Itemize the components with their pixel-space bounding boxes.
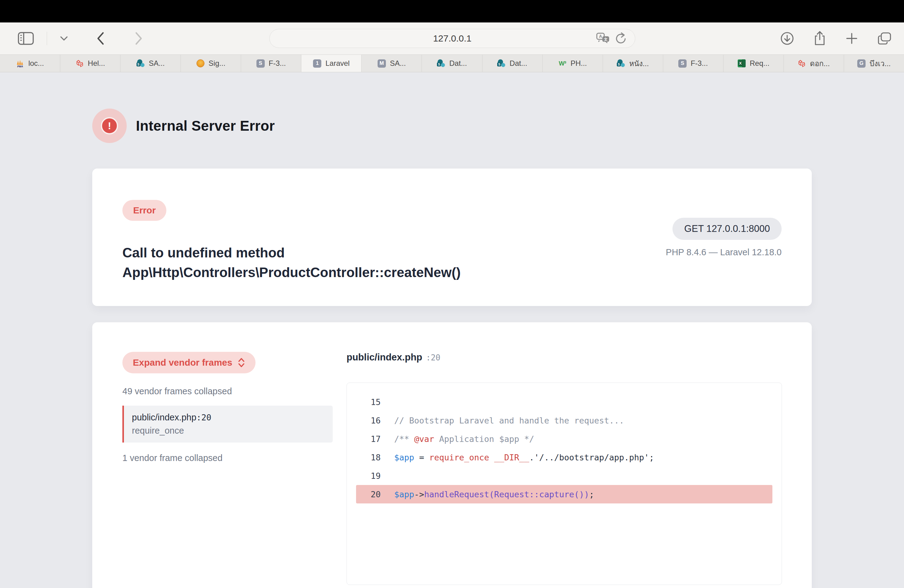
line-code: // Bootstrap Laravel and handle the requ… xyxy=(394,416,624,425)
forward-icon xyxy=(135,32,143,45)
tab-label: SA... xyxy=(149,59,165,68)
browser-tab-0[interactable]: PMAloc... xyxy=(0,55,60,72)
url-text: 127.0.0.1 xyxy=(433,33,471,44)
download-icon xyxy=(781,32,794,45)
line-code: /** @var Application $app */ xyxy=(394,434,534,444)
vendor-frames-collapsed-bottom: 1 vendor frame collapsed xyxy=(122,453,333,463)
tab-label: หนัง... xyxy=(629,57,649,70)
line-number: 17 xyxy=(356,434,381,444)
code-file-name: public/index.php xyxy=(346,352,422,363)
orange-medallion-favicon-icon xyxy=(196,59,204,68)
tab-label: Hel... xyxy=(88,59,105,68)
share-icon xyxy=(814,31,826,46)
frame-line-number: :20 xyxy=(196,413,212,422)
code-file-header: public/index.php:20 xyxy=(346,352,782,363)
reload-button[interactable] xyxy=(615,32,627,44)
browser-tab-2[interactable]: SSA... xyxy=(120,55,181,72)
sidebar-dropdown-button[interactable] xyxy=(60,36,68,41)
code-line: 15 xyxy=(356,393,773,411)
svg-text:PMA: PMA xyxy=(17,65,23,67)
vendor-frames-collapsed-top: 49 vendor frames collapsed xyxy=(122,386,333,397)
browser-tab-7[interactable]: SDat... xyxy=(422,55,482,72)
tab-label: Laravel xyxy=(325,59,349,68)
tab-overview-button[interactable] xyxy=(877,32,892,45)
letter-favicon-icon: S xyxy=(256,59,265,68)
tab-label: F-3... xyxy=(691,59,708,68)
expand-vendor-frames-label: Expand vendor frames xyxy=(133,357,232,368)
expand-collapse-icon xyxy=(238,357,245,368)
letter-favicon-icon: M xyxy=(378,59,386,68)
line-number: 15 xyxy=(356,397,381,407)
sharepoint-favicon-icon: S xyxy=(136,59,145,68)
page-title: Internal Server Error xyxy=(136,117,275,134)
line-number: 18 xyxy=(356,453,381,462)
browser-tab-12[interactable]: XReq... xyxy=(724,55,784,72)
exception-card: Error Call to undefined method App\Http\… xyxy=(92,169,812,306)
tab-label: F-3... xyxy=(269,59,286,68)
browser-tab-9[interactable]: W³PH... xyxy=(543,55,603,72)
browser-tab-4[interactable]: SF-3... xyxy=(241,55,301,72)
tab-label: Req... xyxy=(750,59,769,68)
stack-frame-item[interactable]: public/index.php:20 require_once xyxy=(122,406,333,443)
excel-favicon-icon: X xyxy=(737,59,746,68)
line-number: 16 xyxy=(356,416,381,425)
version-info: PHP 8.4.6 — Laravel 12.18.0 xyxy=(666,247,782,258)
laravel-red-favicon-icon xyxy=(798,59,806,68)
sidebar-toggle-button[interactable] xyxy=(18,32,34,45)
tab-bar: PMAloc...Hel...SSA...Sig...SF-3...1Larav… xyxy=(0,55,904,72)
browser-toolbar: 127.0.0.1 A 文 xyxy=(0,22,904,55)
sharepoint-favicon-icon: S xyxy=(497,59,506,68)
new-tab-button[interactable] xyxy=(846,32,858,44)
code-line: 16// Bootstrap Laravel and handle the re… xyxy=(356,411,773,430)
sidebar-icon xyxy=(18,32,34,45)
system-top-bar xyxy=(0,0,904,22)
expand-vendor-frames-button[interactable]: Expand vendor frames xyxy=(122,352,256,373)
back-icon xyxy=(96,32,104,45)
reload-icon xyxy=(615,32,627,44)
code-line-highlighted: 20$app->handleRequest(Request::capture()… xyxy=(356,485,773,503)
code-line: 19 xyxy=(356,466,773,485)
browser-tab-14[interactable]: Gบึงเว... xyxy=(844,55,904,72)
downloads-button[interactable] xyxy=(781,32,794,45)
svg-text:文: 文 xyxy=(604,37,608,41)
error-type-badge: Error xyxy=(122,200,166,221)
browser-tab-11[interactable]: SF-3... xyxy=(663,55,724,72)
translate-icon: A 文 xyxy=(596,33,610,44)
tab-label: บึงเว... xyxy=(869,57,891,70)
new-tab-icon xyxy=(846,32,858,44)
exception-message: Call to undefined method App\Http\Contro… xyxy=(122,243,525,282)
page-content: ! Internal Server Error Error C xyxy=(0,72,904,588)
browser-tab-8[interactable]: SDat... xyxy=(482,55,543,72)
browser-tab-6[interactable]: MSA... xyxy=(362,55,422,72)
code-snippet-panel: 1516// Bootstrap Laravel and handle the … xyxy=(346,383,782,585)
sharepoint-favicon-icon: S xyxy=(617,59,625,68)
letter-favicon-icon: 1 xyxy=(313,59,321,68)
back-button[interactable] xyxy=(96,32,104,45)
line-number: 19 xyxy=(356,471,381,481)
w3-favicon-icon: W³ xyxy=(558,59,566,68)
svg-text:A: A xyxy=(599,34,602,39)
browser-tab-1[interactable]: Hel... xyxy=(60,55,120,72)
forward-button[interactable] xyxy=(135,32,143,45)
tab-label: Dat... xyxy=(509,59,527,68)
tab-label: Dat... xyxy=(449,59,467,68)
frame-file-name: public/index.php xyxy=(132,413,196,422)
share-button[interactable] xyxy=(814,31,826,46)
frame-method: require_once xyxy=(132,426,325,436)
phpmyadmin-favicon-icon: PMA xyxy=(16,59,24,68)
browser-tab-10[interactable]: Sหนัง... xyxy=(603,55,663,72)
error-alert-icon: ! xyxy=(92,109,127,143)
code-line: 17/** @var Application $app */ xyxy=(356,430,773,448)
tab-overview-icon xyxy=(877,32,892,45)
letter-favicon-icon: S xyxy=(678,59,687,68)
browser-tab-3[interactable]: Sig... xyxy=(181,55,241,72)
stack-trace-card: Expand vendor frames 49 vendor frames co… xyxy=(92,322,812,588)
line-code: $app = require_once __DIR__.'/../bootstr… xyxy=(394,453,654,462)
chevron-down-icon xyxy=(60,36,68,41)
line-code: $app->handleRequest(Request::capture()); xyxy=(394,490,594,499)
browser-tab-13[interactable]: ดอก... xyxy=(784,55,844,72)
browser-tab-5[interactable]: 1Laravel xyxy=(301,55,362,72)
address-bar[interactable]: 127.0.0.1 A 文 xyxy=(269,29,635,48)
tab-label: PH... xyxy=(571,59,587,68)
translate-button[interactable]: A 文 xyxy=(596,33,610,44)
